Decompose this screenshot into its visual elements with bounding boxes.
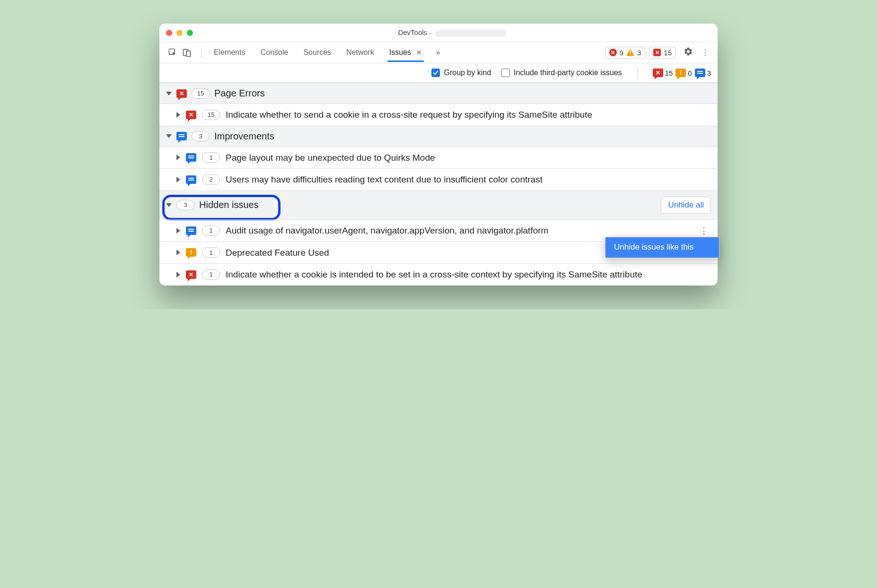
issues-error-icon: ✕: [653, 49, 661, 56]
window-title: DevTools ·: [193, 28, 711, 37]
issue-count: 1: [202, 152, 220, 163]
group-label: Improvements: [214, 131, 274, 142]
info-bubble-icon: [186, 175, 196, 184]
group-count: 3: [176, 200, 194, 210]
issue-count: 1: [202, 225, 220, 236]
error-bubble-icon: ✕: [186, 111, 196, 119]
window-title-redacted: [435, 30, 506, 37]
issue-text: Page layout may be unexpected due to Qui…: [226, 152, 711, 164]
tab-sources[interactable]: Sources: [301, 43, 333, 61]
warning-icon: !: [626, 49, 634, 56]
divider: [637, 68, 638, 78]
error-icon: ✕: [609, 49, 617, 56]
context-menu: Unhide issues like this: [605, 237, 719, 258]
info-bubble-icon: [695, 69, 705, 77]
error-count: 9: [620, 49, 623, 57]
issues-toolbar: Group by kind Include third-party cookie…: [159, 63, 718, 83]
tabs-overflow-button[interactable]: »: [435, 43, 441, 61]
error-bubble-icon: ✕: [186, 270, 196, 279]
titlebar: DevTools ·: [159, 24, 718, 42]
tab-issues[interactable]: Issues ✕: [387, 43, 424, 61]
issue-count: 15: [202, 110, 220, 120]
inspect-element-icon[interactable]: [168, 48, 177, 57]
chevron-right-icon[interactable]: [176, 250, 180, 255]
tab-console[interactable]: Console: [259, 43, 290, 61]
divider: [201, 48, 202, 57]
device-toolbar-icon[interactable]: [182, 48, 192, 57]
chevron-down-icon[interactable]: [166, 203, 172, 207]
group-header-improvements[interactable]: 3 Improvements: [159, 126, 718, 147]
issue-row[interactable]: ✕ 15 Indicate whether to send a cookie i…: [159, 104, 718, 126]
checkbox-unchecked-icon: [501, 69, 510, 77]
issue-text: Audit usage of navigator.userAgent, navi…: [226, 225, 691, 237]
issue-row[interactable]: 1 Page layout may be unexpected due to Q…: [159, 147, 718, 169]
chevron-right-icon[interactable]: [176, 112, 180, 118]
issues-status-chip[interactable]: ✕ 15: [649, 47, 676, 59]
issue-text: Users may have difficulties reading text…: [226, 173, 711, 186]
summary-info: 3: [707, 69, 711, 77]
group-by-kind-label: Group by kind: [444, 69, 491, 77]
menu-item-unhide-like-this[interactable]: Unhide issues like this: [605, 237, 719, 258]
error-bubble-icon: ✕: [176, 89, 187, 98]
warning-bubble-icon: !: [675, 69, 686, 77]
more-button[interactable]: ⋮: [698, 48, 713, 57]
error-bubble-icon: ✕: [653, 69, 663, 77]
info-bubble-icon: [186, 153, 196, 162]
warning-count: 3: [637, 49, 641, 57]
issues-count: 15: [664, 49, 672, 57]
group-label: Page Errors: [214, 88, 265, 99]
window-controls: [166, 30, 193, 36]
issue-count: 1: [202, 269, 220, 280]
chevron-right-icon[interactable]: [176, 272, 180, 277]
tab-elements[interactable]: Elements: [212, 43, 247, 61]
chevron-right-icon[interactable]: [176, 177, 180, 182]
issue-count: 2: [202, 174, 220, 185]
group-count: 15: [192, 88, 210, 99]
warning-bubble-icon: !: [186, 248, 196, 257]
issue-text: Indicate whether a cookie is intended to…: [226, 268, 711, 281]
group-header-page-errors[interactable]: ✕ 15 Page Errors: [159, 83, 718, 104]
devtools-window: DevTools · Elements Console Sources Netw…: [159, 24, 718, 285]
group-count: 3: [192, 131, 210, 141]
summary-warnings: 0: [688, 69, 692, 77]
issue-row[interactable]: 1 Audit usage of navigator.userAgent, na…: [159, 219, 718, 242]
console-status-chip[interactable]: ✕ 9 ! 3: [605, 47, 646, 59]
issue-count: 1: [202, 247, 220, 258]
close-window-button[interactable]: [166, 30, 172, 36]
zoom-window-button[interactable]: [187, 30, 193, 36]
checkbox-checked-icon: [431, 69, 440, 77]
group-header-hidden-issues[interactable]: 3 Hidden issues Unhide all: [159, 190, 718, 219]
chevron-down-icon[interactable]: [166, 134, 172, 138]
main-tabstrip: Elements Console Sources Network Issues …: [159, 42, 718, 63]
tab-network[interactable]: Network: [344, 43, 376, 61]
include-third-party-label: Include third-party cookie issues: [514, 69, 622, 77]
summary-errors: 15: [665, 69, 673, 77]
issue-text: Indicate whether to send a cookie in a c…: [226, 109, 711, 121]
unhide-all-button[interactable]: Unhide all: [661, 197, 711, 214]
panel-tabs: Elements Console Sources Network Issues …: [207, 43, 446, 61]
issue-row[interactable]: ✕ 1 Indicate whether a cookie is intende…: [159, 263, 718, 285]
group-label: Hidden issues: [199, 199, 259, 210]
group-by-kind-checkbox[interactable]: Group by kind: [431, 69, 491, 77]
chevron-right-icon[interactable]: [176, 155, 180, 160]
close-tab-icon[interactable]: ✕: [416, 49, 422, 56]
issues-summary: ✕ 15 ! 0 3: [653, 69, 711, 77]
chevron-down-icon[interactable]: [166, 92, 172, 95]
chevron-right-icon[interactable]: [176, 228, 180, 233]
info-bubble-icon: [176, 132, 187, 140]
minimize-window-button[interactable]: [176, 30, 183, 36]
settings-button[interactable]: [680, 47, 697, 58]
issue-row[interactable]: 2 Users may have difficulties reading te…: [159, 168, 718, 190]
window-title-text: DevTools ·: [398, 28, 431, 36]
include-third-party-checkbox[interactable]: Include third-party cookie issues: [501, 69, 622, 77]
issue-row-more-button[interactable]: ⋮: [697, 225, 711, 236]
svg-rect-2: [186, 51, 190, 57]
info-bubble-icon: [186, 226, 196, 235]
